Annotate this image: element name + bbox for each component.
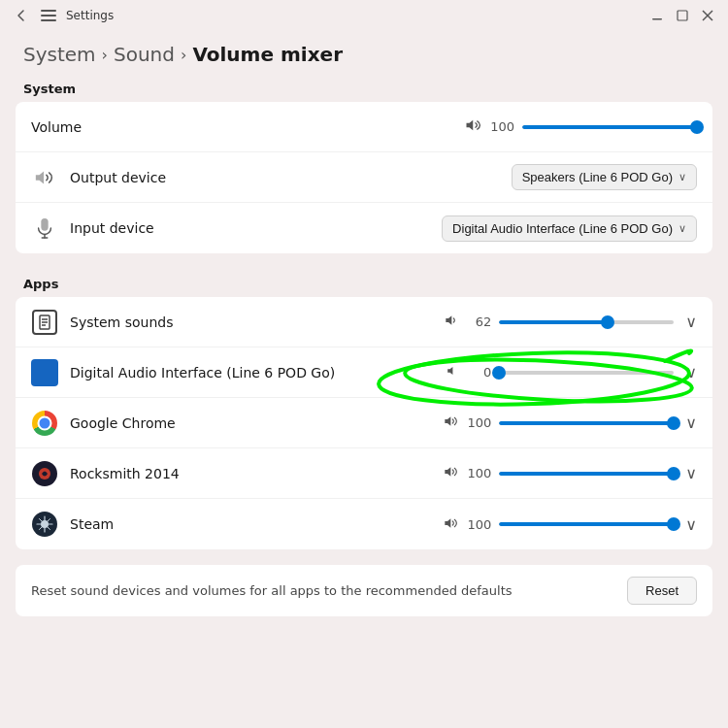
minimize-button[interactable] <box>648 7 666 24</box>
chrome-speaker-icon <box>444 414 459 432</box>
chrome-chevron[interactable]: ∨ <box>685 414 697 432</box>
breadcrumb-sound[interactable]: Sound <box>114 43 175 66</box>
steam-thumb[interactable] <box>667 517 680 531</box>
breadcrumb-volume-mixer: Volume mixer <box>192 43 343 66</box>
input-device-label: Input device <box>70 220 442 236</box>
rocksmith-controls: 100 ∨ <box>444 464 697 483</box>
svg-marker-20 <box>446 416 451 425</box>
digital-audio-chevron[interactable]: ∨ <box>685 363 697 381</box>
rocksmith-chevron[interactable]: ∨ <box>685 464 697 482</box>
rocksmith-row: Rocksmith 2014 100 ∨ <box>16 448 712 499</box>
input-device-icon <box>31 215 58 242</box>
steam-label: Steam <box>70 516 444 532</box>
steam-slider[interactable] <box>499 514 674 534</box>
digital-audio-slider[interactable] <box>499 363 674 382</box>
system-sounds-speaker-icon <box>445 313 460 331</box>
volume-controls: 100 <box>465 116 697 137</box>
system-sounds-track <box>499 320 674 324</box>
title-bar-left: Settings <box>12 6 114 25</box>
volume-value: 100 <box>490 119 514 134</box>
chrome-thumb[interactable] <box>667 416 680 430</box>
hamburger-button[interactable] <box>39 6 58 25</box>
system-sounds-value: 62 <box>468 314 491 329</box>
input-device-chevron: ∨ <box>678 222 686 235</box>
svg-marker-17 <box>447 367 452 375</box>
steam-value: 100 <box>467 517 491 532</box>
output-device-label: Output device <box>70 170 512 185</box>
system-sounds-slider[interactable] <box>499 313 674 332</box>
svg-rect-4 <box>678 11 687 20</box>
apps-card: System sounds 62 ∨ <box>16 297 712 549</box>
chrome-value: 100 <box>467 415 491 430</box>
title-bar: Settings <box>0 0 728 31</box>
window-controls <box>648 7 716 24</box>
output-device-dropdown[interactable]: Speakers (Line 6 POD Go) ∨ <box>512 164 697 190</box>
volume-row: Volume 100 <box>16 102 712 152</box>
maximize-button[interactable] <box>674 7 691 24</box>
breadcrumb-sep-2: › <box>181 46 186 64</box>
breadcrumb: System › Sound › Volume mixer <box>0 31 728 74</box>
steam-track <box>499 522 674 526</box>
digital-audio-row: Digital Audio Interface (Line 6 POD Go) … <box>16 347 712 398</box>
input-device-dropdown-wrap: Digital Audio Interface (Line 6 POD Go) … <box>442 215 697 242</box>
rocksmith-label: Rocksmith 2014 <box>70 466 444 481</box>
svg-rect-2 <box>41 19 56 21</box>
window-title: Settings <box>66 9 114 22</box>
steam-row: Steam 100 ∨ <box>16 499 712 549</box>
steam-app-icon <box>32 512 57 537</box>
rocksmith-fill <box>499 472 674 476</box>
digital-audio-value: 0 <box>468 365 491 380</box>
reset-description: Reset sound devices and volumes for all … <box>31 583 513 598</box>
system-sounds-row: System sounds 62 ∨ <box>16 297 712 347</box>
system-sounds-chevron[interactable]: ∨ <box>685 313 697 331</box>
digital-audio-speaker-icon <box>447 363 460 381</box>
output-device-value: Speakers (Line 6 POD Go) <box>522 170 673 184</box>
input-device-row: Input device Digital Audio Interface (Li… <box>16 203 712 253</box>
reset-row: Reset sound devices and volumes for all … <box>16 565 712 616</box>
rocksmith-speaker-icon <box>444 464 459 482</box>
chrome-controls: 100 ∨ <box>444 414 697 433</box>
svg-marker-7 <box>467 120 474 131</box>
volume-slider[interactable] <box>522 117 697 137</box>
volume-track <box>522 125 697 129</box>
chrome-label: Google Chrome <box>70 415 444 431</box>
rocksmith-thumb[interactable] <box>667 467 680 480</box>
rocksmith-app-icon <box>32 461 57 486</box>
steam-fill <box>499 522 674 526</box>
back-button[interactable] <box>12 6 31 25</box>
chrome-icon-wrap <box>31 410 58 437</box>
system-sounds-thumb[interactable] <box>601 315 614 329</box>
digital-audio-thumb[interactable] <box>492 366 506 380</box>
input-device-value: Digital Audio Interface (Line 6 POD Go) <box>452 221 673 236</box>
steam-chevron[interactable]: ∨ <box>685 515 697 534</box>
svg-rect-1 <box>41 15 56 17</box>
apps-section-label: Apps <box>16 269 712 297</box>
system-sounds-icon <box>31 309 58 336</box>
breadcrumb-system[interactable]: System <box>23 43 96 66</box>
steam-speaker-icon <box>444 515 459 534</box>
close-button[interactable] <box>699 7 716 24</box>
volume-thumb[interactable] <box>690 120 704 134</box>
output-device-chevron: ∨ <box>678 171 686 183</box>
input-device-dropdown[interactable]: Digital Audio Interface (Line 6 POD Go) … <box>442 215 697 242</box>
svg-marker-16 <box>447 315 452 324</box>
chrome-slider[interactable] <box>499 414 674 433</box>
system-card: Volume 100 <box>16 102 712 253</box>
google-chrome-row: Google Chrome 100 ∨ <box>16 398 712 448</box>
digital-audio-blue-box <box>31 359 58 386</box>
system-sounds-controls: 62 ∨ <box>445 313 697 332</box>
svg-rect-9 <box>41 218 48 231</box>
rocksmith-slider[interactable] <box>499 464 674 483</box>
steam-icon-wrap <box>31 511 58 538</box>
digital-audio-track <box>499 371 674 375</box>
volume-fill <box>522 125 697 129</box>
svg-marker-8 <box>36 171 44 183</box>
chrome-track <box>499 421 674 425</box>
svg-marker-25 <box>446 518 451 527</box>
breadcrumb-sep-1: › <box>102 46 108 64</box>
rocksmith-value: 100 <box>467 466 491 480</box>
rocksmith-icon-wrap <box>31 460 58 487</box>
chrome-fill <box>499 421 674 425</box>
output-device-dropdown-wrap: Speakers (Line 6 POD Go) ∨ <box>512 164 697 190</box>
reset-button[interactable]: Reset <box>627 577 697 605</box>
